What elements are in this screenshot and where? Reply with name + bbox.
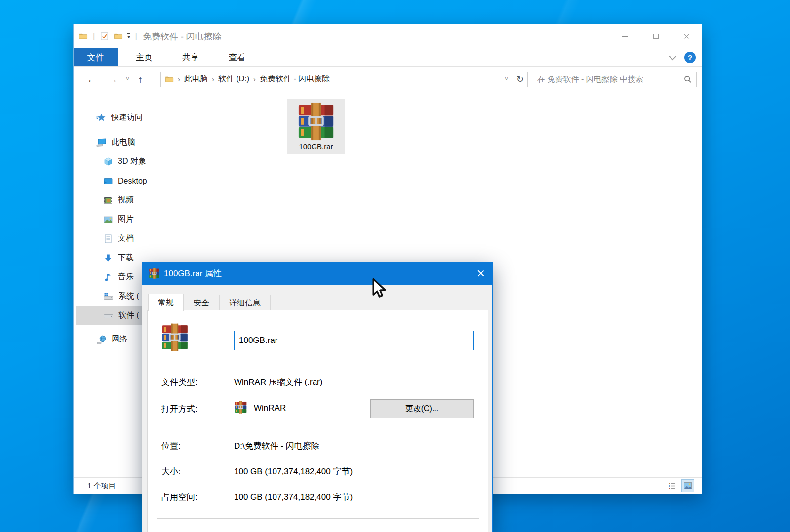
change-button[interactable]: 更改(C)... (370, 399, 474, 418)
downloads-icon (103, 253, 113, 263)
breadcrumb-drive-d[interactable]: 软件 (D:) (215, 74, 252, 84)
sidebar-item-label: 3D 对象 (118, 156, 146, 167)
refresh-icon[interactable]: ↻ (513, 72, 527, 87)
sidebar-item-label: 此电脑 (112, 137, 135, 148)
help-icon[interactable]: ? (684, 52, 696, 63)
chevron-icon: › (211, 75, 215, 83)
close-icon (683, 33, 690, 39)
text-caret (278, 336, 278, 346)
file-name-label: 100GB.rar (299, 142, 333, 151)
dialog-close-button[interactable] (469, 262, 492, 285)
address-bar[interactable]: › 此电脑 › 软件 (D:) › 免费软件 - 闪电擦除 ˅ ↻ (160, 72, 528, 87)
sidebar-item-desktop[interactable]: Desktop (76, 171, 224, 190)
videos-icon (103, 195, 113, 205)
winrar-app-icon (234, 401, 247, 414)
winrar-icon (149, 268, 159, 279)
network-icon (96, 335, 107, 344)
dialog-title: 100GB.rar 属性 (164, 268, 222, 279)
sidebar-item-label: 下载 (118, 253, 134, 263)
filename-input[interactable]: 100GB.rar (234, 331, 474, 350)
properties-check-icon[interactable] (100, 32, 109, 41)
search-box (533, 72, 697, 87)
dialog-tab-strip: 常规 安全 详细信息 (148, 294, 271, 311)
tab-details[interactable]: 详细信息 (219, 295, 271, 311)
details-view-button[interactable] (666, 480, 678, 492)
minimize-icon (622, 36, 628, 37)
tab-view[interactable]: 查看 (217, 48, 257, 66)
size-on-disk-label: 占用空间: (161, 492, 198, 503)
size-label: 大小: (161, 466, 181, 477)
location-label: 位置: (161, 440, 181, 452)
large-icons-view-icon (683, 481, 693, 491)
file-type-label: 文件类型: (161, 377, 198, 388)
close-button[interactable] (671, 24, 702, 48)
documents-icon (103, 234, 113, 244)
desktop: | ▾ | 免费软件 - 闪电擦除 文件 主页 共享 查看 (0, 0, 790, 532)
quick-access-toolbar: | ▾ | (79, 32, 138, 41)
item-count-label: 1 个项目 (74, 481, 116, 491)
minimize-button[interactable] (610, 24, 640, 48)
new-folder-icon[interactable] (114, 32, 123, 41)
sidebar-item-label: 音乐 (118, 272, 134, 282)
sidebar-item-pictures[interactable]: 图片 (76, 210, 224, 229)
ribbon-tab-strip: 文件 主页 共享 查看 ? (74, 48, 702, 67)
folder-icon[interactable] (79, 32, 88, 41)
address-dropdown-icon[interactable]: ˅ (500, 76, 513, 83)
sidebar-item-label: 网络 (112, 334, 127, 344)
winrar-file-icon (160, 323, 190, 351)
file-type-value: WinRAR 压缩文件 (.rar) (234, 377, 322, 388)
chevron-icon: › (177, 75, 181, 83)
properties-dialog: 100GB.rar 属性 常规 安全 详细信息 100GB.rar 文件类型: … (142, 262, 493, 532)
sidebar-item-3d-objects[interactable]: 3D 对象 (76, 152, 224, 171)
search-input[interactable] (537, 75, 683, 84)
address-bar-row: ← → ˅ ↑ › 此电脑 › 软件 (D:) › 免费软件 - 闪电擦除 ˅ … (74, 67, 702, 92)
opens-with-label: 打开方式: (161, 403, 198, 415)
search-icon[interactable] (683, 75, 692, 84)
large-icons-view-button[interactable] (682, 480, 694, 492)
sidebar-item-videos[interactable]: 视频 (76, 190, 224, 210)
back-button[interactable]: ← (81, 75, 102, 84)
breadcrumb-this-pc[interactable]: 此电脑 (181, 74, 211, 84)
sidebar-item-this-pc[interactable]: 此电脑 (76, 133, 224, 152)
filename-value: 100GB.rar (239, 336, 277, 345)
divider (157, 518, 479, 519)
mouse-cursor (371, 278, 387, 299)
tab-general[interactable]: 常规 (148, 294, 184, 311)
separator: | (134, 32, 137, 41)
dialog-titlebar: 100GB.rar 属性 (142, 262, 492, 285)
recent-locations-dropdown-icon[interactable]: ˅ (123, 76, 132, 82)
tab-home[interactable]: 主页 (124, 48, 164, 66)
desktop-icon (103, 176, 113, 186)
quick-access-star-icon (96, 113, 106, 123)
up-button[interactable]: ↑ (132, 75, 148, 84)
drive-icon (103, 311, 114, 321)
sidebar-item-label: 图片 (118, 214, 134, 225)
tab-share[interactable]: 共享 (171, 48, 210, 66)
qat-customize-dropdown-icon[interactable]: ▾ (127, 33, 130, 39)
details-view-icon (667, 481, 677, 491)
separator: | (92, 32, 95, 41)
tab-security[interactable]: 安全 (184, 295, 219, 311)
chevron-icon: › (252, 75, 257, 83)
separator (127, 482, 127, 490)
music-icon (103, 272, 113, 282)
location-folder-icon (165, 75, 174, 84)
sidebar-item-label: Desktop (118, 177, 147, 186)
divider (157, 429, 479, 429)
tab-file[interactable]: 文件 (74, 48, 118, 66)
winrar-file-icon (296, 102, 336, 141)
size-on-disk-value: 100 GB (107,374,182,400 字节) (234, 492, 353, 503)
file-item-100gb-rar[interactable]: 100GB.rar (287, 99, 345, 154)
general-tab-page: 100GB.rar 文件类型: WinRAR 压缩文件 (.rar) 打开方式:… (147, 310, 488, 532)
forward-button[interactable]: → (102, 75, 123, 84)
location-value: D:\免费软件 - 闪电擦除 (234, 440, 319, 452)
breadcrumb-current-folder[interactable]: 免费软件 - 闪电擦除 (257, 74, 333, 84)
sidebar-item-documents[interactable]: 文档 (76, 229, 224, 248)
close-icon (477, 270, 484, 277)
maximize-icon (653, 34, 659, 39)
expand-ribbon-icon[interactable] (669, 52, 677, 60)
sidebar-item-quick-access[interactable]: 快速访问 (76, 108, 224, 127)
opens-with-value: WinRAR (254, 403, 286, 413)
maximize-button[interactable] (640, 24, 671, 48)
divider (157, 367, 479, 367)
